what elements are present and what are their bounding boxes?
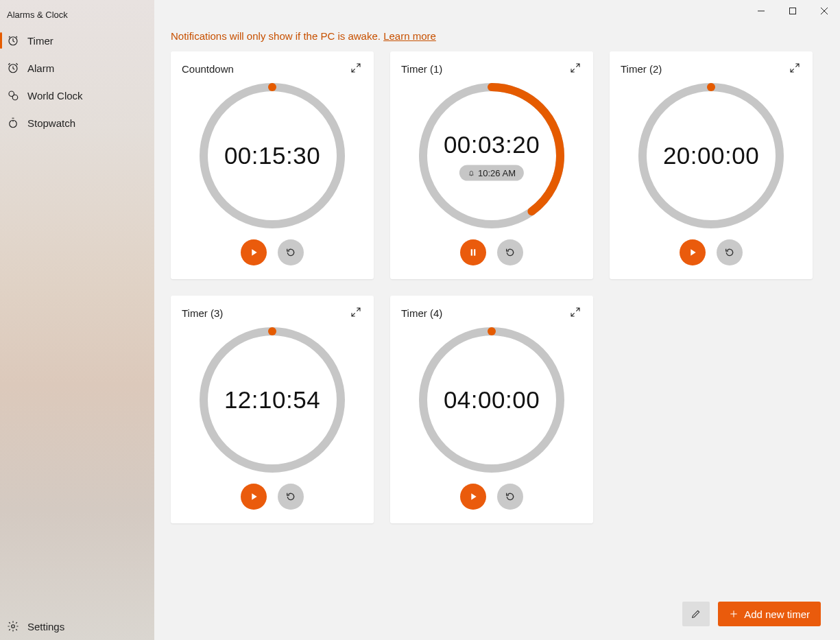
nav-label: Alarm bbox=[27, 62, 54, 74]
reset-button[interactable] bbox=[278, 239, 304, 265]
reset-button[interactable] bbox=[497, 484, 523, 510]
window-controls bbox=[745, 0, 840, 22]
play-button[interactable] bbox=[460, 484, 486, 510]
svg-marker-12 bbox=[252, 249, 256, 255]
reset-button[interactable] bbox=[717, 239, 743, 265]
close-button[interactable] bbox=[808, 0, 840, 22]
svg-marker-25 bbox=[471, 493, 476, 499]
add-timer-label: Add new timer bbox=[744, 608, 810, 620]
sidebar-item-settings[interactable]: Settings bbox=[0, 613, 154, 640]
timer-time: 20:00:00 bbox=[663, 142, 759, 169]
app-title: Alarms & Clock bbox=[0, 0, 154, 27]
svg-marker-22 bbox=[252, 493, 256, 499]
alarm-icon bbox=[7, 62, 19, 74]
sidebar-item-stopwatch[interactable]: Stopwatch bbox=[0, 109, 154, 137]
timer-icon bbox=[7, 34, 19, 47]
timer-card[interactable]: Timer (3) 12:10:54 bbox=[171, 296, 374, 523]
svg-marker-19 bbox=[691, 249, 695, 255]
minimize-button[interactable] bbox=[745, 0, 777, 22]
reset-button[interactable] bbox=[497, 239, 523, 265]
maximize-button[interactable] bbox=[777, 0, 808, 22]
svg-rect-7 bbox=[790, 8, 796, 14]
add-new-timer-button[interactable]: Add new timer bbox=[718, 602, 821, 626]
bell-time: 10:26 AM bbox=[478, 168, 516, 178]
notification-banner: Notifications will only show if the PC i… bbox=[154, 0, 840, 51]
timer-name: Timer (3) bbox=[182, 307, 223, 319]
stopwatch-icon bbox=[7, 117, 19, 129]
svg-point-3 bbox=[12, 95, 18, 100]
gear-icon bbox=[7, 620, 19, 632]
main-content: Notifications will only show if the PC i… bbox=[154, 0, 840, 640]
timer-name: Timer (4) bbox=[401, 307, 442, 319]
svg-rect-15 bbox=[471, 249, 472, 255]
timer-grid: Countdown 00:15:30 Timer (1) bbox=[154, 51, 840, 523]
pause-button[interactable] bbox=[460, 239, 486, 265]
timer-card[interactable]: Timer (4) 04:00:00 bbox=[390, 296, 593, 523]
edit-button[interactable] bbox=[682, 602, 710, 626]
svg-rect-16 bbox=[474, 249, 475, 255]
sidebar-item-timer[interactable]: Timer bbox=[0, 27, 154, 54]
bell-time-pill: 10:26 AM bbox=[459, 165, 524, 181]
world-clock-icon bbox=[7, 89, 19, 102]
nav-label: Settings bbox=[27, 621, 64, 632]
expand-button[interactable] bbox=[570, 307, 582, 319]
sidebar-item-alarm[interactable]: Alarm bbox=[0, 54, 154, 82]
learn-more-link[interactable]: Learn more bbox=[383, 30, 436, 42]
expand-button[interactable] bbox=[570, 62, 582, 75]
timer-card[interactable]: Timer (2) 20:00:00 bbox=[610, 51, 813, 279]
timer-card[interactable]: Countdown 00:15:30 bbox=[171, 51, 374, 279]
sidebar-item-world-clock[interactable]: World Clock bbox=[0, 82, 154, 109]
bottom-bar: Add new timer bbox=[682, 602, 821, 626]
timer-card[interactable]: Timer (1) 00:03:20 10:26 AM bbox=[390, 51, 593, 279]
timer-time: 00:15:30 bbox=[224, 142, 320, 169]
nav-label: Stopwatch bbox=[27, 117, 75, 129]
timer-name: Timer (1) bbox=[401, 63, 442, 75]
nav-label: Timer bbox=[27, 35, 53, 47]
timer-time: 12:10:54 bbox=[224, 386, 320, 414]
expand-button[interactable] bbox=[789, 62, 802, 75]
sidebar: Alarms & Clock Timer Alarm World Clock S… bbox=[0, 0, 154, 640]
nav-label: World Clock bbox=[27, 90, 83, 102]
play-button[interactable] bbox=[241, 484, 267, 510]
timer-time: 00:03:20 bbox=[444, 131, 540, 158]
expand-button[interactable] bbox=[350, 62, 363, 75]
expand-button[interactable] bbox=[350, 307, 363, 319]
timer-name: Timer (2) bbox=[621, 63, 662, 75]
reset-button[interactable] bbox=[278, 484, 304, 510]
timer-name: Countdown bbox=[182, 63, 234, 75]
svg-point-5 bbox=[12, 625, 15, 628]
notice-text: Notifications will only show if the PC i… bbox=[171, 30, 383, 42]
play-button[interactable] bbox=[680, 239, 706, 265]
timer-time: 04:00:00 bbox=[444, 386, 540, 414]
play-button[interactable] bbox=[241, 239, 267, 265]
